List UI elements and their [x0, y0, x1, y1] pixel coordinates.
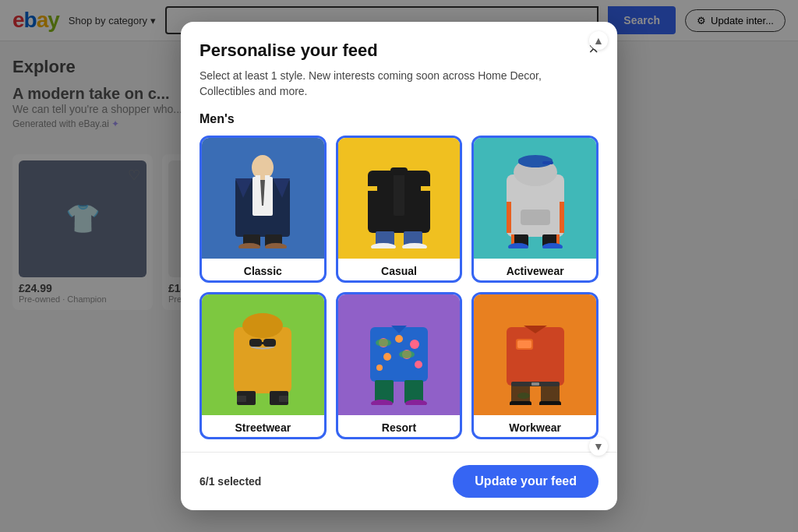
svg-point-47 [410, 340, 419, 349]
activewear-svg [493, 147, 578, 248]
svg-rect-67 [510, 401, 531, 405]
classic-image [202, 138, 324, 259]
casual-image [338, 138, 461, 259]
classic-svg [220, 147, 305, 248]
activewear-image [474, 138, 596, 259]
svg-rect-61 [517, 340, 531, 348]
workwear-image [474, 294, 596, 415]
svg-rect-14 [421, 186, 430, 191]
workwear-label: Workwear [474, 415, 596, 437]
svg-point-9 [252, 155, 274, 180]
svg-rect-25 [521, 210, 550, 225]
workwear-illustration [474, 294, 596, 415]
svg-point-36 [242, 313, 283, 338]
streetwear-label: Streetwear [202, 415, 324, 437]
style-card-resort[interactable]: Resort [336, 292, 463, 439]
svg-rect-10 [256, 175, 260, 181]
personalise-feed-modal: ▲ Personalise your feed × Select at leas… [181, 22, 617, 509]
resort-svg [356, 304, 442, 405]
mens-section-title: Men's [200, 112, 598, 126]
style-card-casual[interactable]: Casual [336, 136, 463, 283]
style-card-streetwear[interactable]: Streetwear [200, 292, 327, 439]
casual-svg [356, 147, 442, 248]
svg-rect-20 [390, 167, 408, 175]
svg-rect-59 [507, 327, 564, 386]
style-card-classic[interactable]: Classic [200, 136, 327, 283]
svg-point-69 [517, 393, 530, 399]
svg-rect-15 [394, 169, 404, 216]
casual-illustration [338, 138, 461, 259]
modal-subtitle: Select at least 1 style. New interests c… [181, 61, 617, 111]
svg-rect-41 [249, 339, 262, 347]
resort-label: Resort [338, 415, 461, 437]
mens-section: Men's [200, 112, 598, 439]
classic-illustration [202, 138, 324, 259]
svg-rect-40 [279, 396, 288, 402]
modal-overlay: ▲ Personalise your feed × Select at leas… [0, 0, 798, 532]
resort-illustration [338, 294, 461, 415]
svg-point-53 [399, 351, 415, 358]
svg-rect-66 [531, 382, 539, 386]
svg-rect-34 [542, 161, 553, 164]
style-grid: Classic [200, 136, 598, 439]
svg-point-51 [415, 361, 422, 368]
svg-point-48 [383, 353, 391, 361]
style-card-workwear[interactable]: Workwear [471, 292, 598, 439]
style-card-activewear[interactable]: Activewear [471, 136, 598, 283]
svg-point-50 [376, 365, 383, 371]
svg-point-46 [395, 335, 403, 343]
modal-body[interactable]: Men's [181, 112, 617, 452]
svg-rect-23 [507, 202, 511, 233]
streetwear-svg [220, 304, 305, 405]
streetwear-illustration [202, 294, 324, 415]
activewear-illustration [474, 138, 596, 259]
svg-point-52 [376, 339, 391, 347]
svg-rect-43 [262, 342, 263, 344]
activewear-label: Activewear [474, 259, 596, 280]
casual-label: Casual [338, 259, 461, 280]
update-feed-button[interactable]: Update your feed [453, 465, 598, 498]
svg-rect-68 [539, 401, 561, 405]
svg-rect-42 [263, 339, 276, 347]
resort-image [338, 294, 461, 415]
classic-label: Classic [202, 259, 324, 280]
workwear-svg [493, 304, 578, 405]
svg-rect-11 [265, 175, 270, 181]
modal-title: Personalise your feed [200, 41, 378, 61]
streetwear-image [202, 294, 324, 415]
svg-rect-24 [560, 202, 564, 233]
modal-footer: 6/1 selected Update your feed [181, 452, 617, 510]
svg-rect-13 [368, 186, 377, 191]
svg-rect-39 [237, 396, 246, 402]
selection-count: 6/1 selected [200, 475, 261, 488]
modal-header: Personalise your feed × [181, 22, 617, 61]
scroll-down-arrow[interactable]: ▼ [589, 437, 608, 456]
